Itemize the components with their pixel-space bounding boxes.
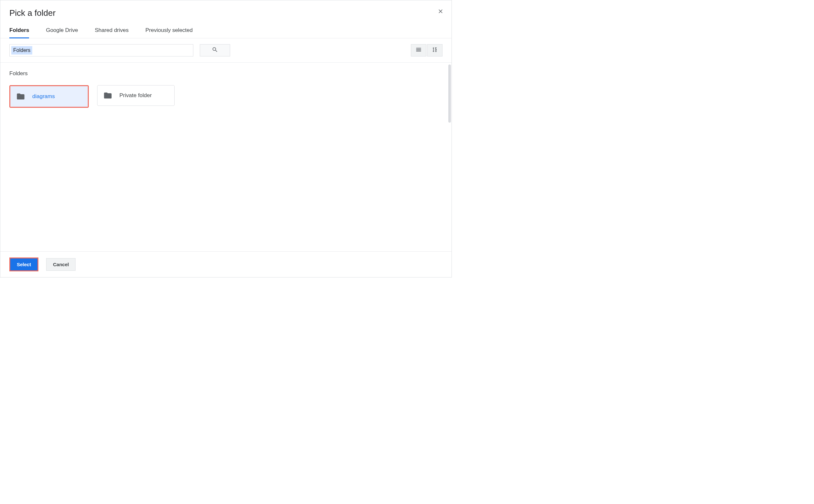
list-view-button[interactable] xyxy=(411,44,426,56)
folder-icon xyxy=(16,92,25,101)
tab-label: Folders xyxy=(9,27,29,33)
tab-google-drive[interactable]: Google Drive xyxy=(46,27,78,38)
sort-button[interactable] xyxy=(427,44,443,56)
search-filter-chip[interactable]: Folders xyxy=(11,46,32,55)
dialog-title: Pick a folder xyxy=(9,8,443,18)
tab-previously-selected[interactable]: Previously selected xyxy=(146,27,193,38)
tab-label: Google Drive xyxy=(46,27,78,33)
folder-icon xyxy=(103,91,112,100)
footer: Select Cancel xyxy=(0,251,452,277)
search-button[interactable] xyxy=(200,44,230,56)
folder-item-diagrams[interactable]: diagrams xyxy=(9,85,89,108)
view-controls xyxy=(411,44,443,56)
folder-label: diagrams xyxy=(32,93,55,100)
folder-item-private[interactable]: Private folder xyxy=(97,85,175,106)
scrollbar[interactable] xyxy=(448,65,451,123)
dialog-header: Pick a folder xyxy=(0,0,452,27)
tab-shared-drives[interactable]: Shared drives xyxy=(95,27,129,38)
sort-az-icon xyxy=(432,46,438,54)
search-icon xyxy=(212,46,218,54)
tab-label: Previously selected xyxy=(146,27,193,33)
close-icon[interactable] xyxy=(437,8,444,15)
tab-label: Shared drives xyxy=(95,27,129,33)
select-button-highlight: Select xyxy=(9,257,38,271)
select-button[interactable]: Select xyxy=(10,258,37,270)
tab-folders[interactable]: Folders xyxy=(9,27,29,38)
list-icon xyxy=(415,46,422,54)
toolbar: Folders xyxy=(0,38,452,63)
folder-label: Private folder xyxy=(119,92,152,99)
search-input[interactable]: Folders xyxy=(9,44,193,56)
content-area: Folders diagrams Private folder xyxy=(0,63,452,251)
tab-bar: Folders Google Drive Shared drives Previ… xyxy=(0,27,452,38)
folder-grid: diagrams Private folder xyxy=(9,85,443,108)
cancel-button[interactable]: Cancel xyxy=(46,258,76,271)
folder-picker-dialog: Pick a folder Folders Google Drive Share… xyxy=(0,0,452,277)
section-heading: Folders xyxy=(9,70,443,77)
